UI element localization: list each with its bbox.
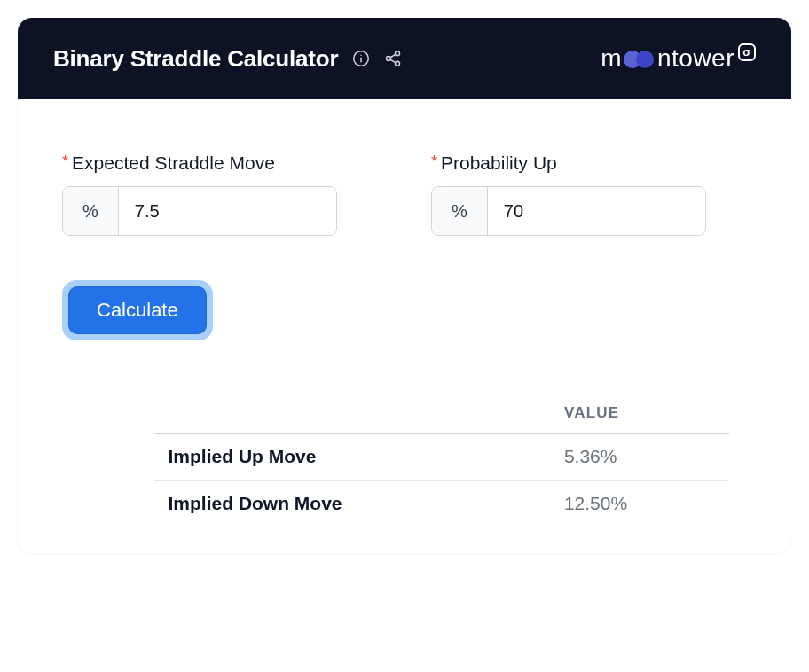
- calculate-focus-ring: Calculate: [62, 280, 213, 340]
- result-label: Implied Up Move: [154, 434, 550, 481]
- straddle-input-group: %: [62, 186, 337, 236]
- logo-prefix: m: [601, 44, 622, 73]
- svg-point-2: [361, 55, 363, 57]
- probability-label: *Probability Up: [431, 152, 747, 174]
- results-table: VALUE Implied Up Move 5.36% Implied Down…: [154, 394, 729, 527]
- svg-point-3: [396, 51, 400, 56]
- probability-input[interactable]: [488, 187, 706, 235]
- svg-point-4: [387, 57, 391, 61]
- card-body: *Expected Straddle Move % *Probability U…: [18, 99, 791, 553]
- share-icon[interactable]: [384, 50, 402, 67]
- percent-prefix: %: [432, 187, 488, 235]
- moontower-logo: m ntower σ: [601, 44, 756, 73]
- empty-header: [154, 394, 550, 434]
- table-row: Implied Up Move 5.36%: [154, 434, 729, 481]
- header-icons: [352, 50, 402, 67]
- result-value: 5.36%: [550, 434, 729, 481]
- table-row: Implied Down Move 12.50%: [154, 481, 729, 527]
- straddle-label: *Expected Straddle Move: [62, 152, 378, 174]
- svg-line-7: [391, 59, 397, 62]
- svg-point-5: [396, 61, 400, 66]
- svg-line-6: [391, 54, 397, 57]
- straddle-label-text: Expected Straddle Move: [72, 152, 275, 173]
- probability-label-text: Probability Up: [441, 152, 557, 173]
- result-label: Implied Down Move: [154, 481, 550, 527]
- logo-sigma: σ: [738, 43, 756, 61]
- calculate-button[interactable]: Calculate: [68, 286, 207, 334]
- result-value: 12.50%: [550, 481, 729, 527]
- required-mark: *: [62, 152, 68, 170]
- probability-input-group: %: [431, 186, 706, 236]
- value-header: VALUE: [550, 394, 729, 434]
- info-icon[interactable]: [352, 50, 370, 67]
- straddle-input[interactable]: [119, 187, 337, 235]
- percent-prefix: %: [63, 187, 119, 235]
- calculator-card: Binary Straddle Calculator: [18, 18, 791, 553]
- required-mark: *: [431, 152, 437, 170]
- results-header-row: VALUE: [154, 394, 729, 434]
- form-row: *Expected Straddle Move % *Probability U…: [62, 152, 747, 236]
- logo-moon-icon: [624, 50, 656, 69]
- probability-group: *Probability Up %: [431, 152, 747, 236]
- straddle-group: *Expected Straddle Move %: [62, 152, 378, 236]
- header-left: Binary Straddle Calculator: [53, 45, 402, 73]
- logo-suffix: ntower: [657, 44, 734, 73]
- page-title: Binary Straddle Calculator: [53, 45, 338, 73]
- header-bar: Binary Straddle Calculator: [18, 18, 791, 99]
